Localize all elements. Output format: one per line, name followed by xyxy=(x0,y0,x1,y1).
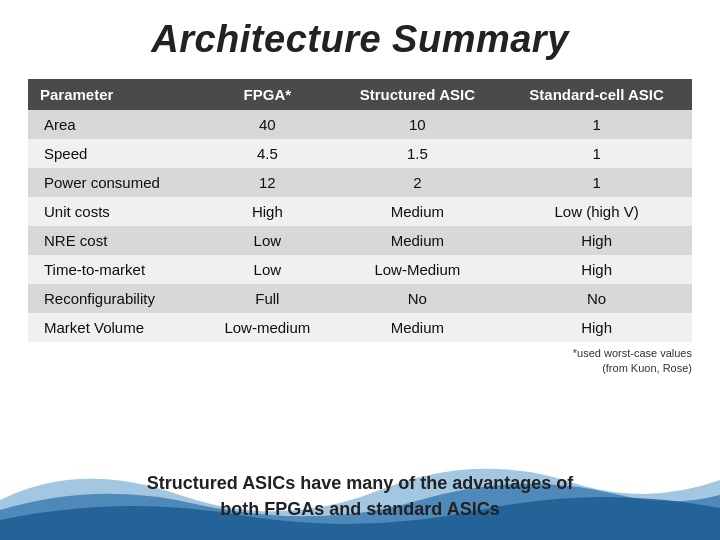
bottom-text-line2: both FPGAs and standard ASICs xyxy=(220,499,499,519)
table-cell: High xyxy=(201,197,333,226)
table-row: Unit costsHighMediumLow (high V) xyxy=(28,197,692,226)
table-cell: Low-medium xyxy=(201,313,333,342)
table-cell: 4.5 xyxy=(201,139,333,168)
bottom-text-line1: Structured ASICs have many of the advant… xyxy=(147,473,573,493)
table-cell: High xyxy=(501,226,692,255)
table-cell: Market Volume xyxy=(28,313,201,342)
table-cell: NRE cost xyxy=(28,226,201,255)
table-cell: Speed xyxy=(28,139,201,168)
table-container: Parameter FPGA* Structured ASIC Standard… xyxy=(0,79,720,342)
table-header-row: Parameter FPGA* Structured ASIC Standard… xyxy=(28,79,692,110)
bottom-text: Structured ASICs have many of the advant… xyxy=(0,470,720,522)
table-cell: Reconfigurability xyxy=(28,284,201,313)
table-cell: Unit costs xyxy=(28,197,201,226)
table-row: Time-to-marketLowLow-MediumHigh xyxy=(28,255,692,284)
col-header-fpga: FPGA* xyxy=(201,79,333,110)
table-cell: Time-to-market xyxy=(28,255,201,284)
table-row: Speed4.51.51 xyxy=(28,139,692,168)
table-cell: 1 xyxy=(501,110,692,139)
table-cell: High xyxy=(501,255,692,284)
summary-table: Parameter FPGA* Structured ASIC Standard… xyxy=(28,79,692,342)
table-cell: 1 xyxy=(501,168,692,197)
table-cell: 1.5 xyxy=(334,139,502,168)
table-cell: Low (high V) xyxy=(501,197,692,226)
table-cell: Low xyxy=(201,255,333,284)
footnote: *used worst-case values (from Kuon, Rose… xyxy=(0,342,720,377)
table-cell: No xyxy=(334,284,502,313)
table-cell: Area xyxy=(28,110,201,139)
table-cell: 12 xyxy=(201,168,333,197)
table-row: Market VolumeLow-mediumMediumHigh xyxy=(28,313,692,342)
table-row: ReconfigurabilityFullNoNo xyxy=(28,284,692,313)
footnote-line2: (from Kuon, Rose) xyxy=(602,362,692,374)
col-header-structured-asic: Structured ASIC xyxy=(334,79,502,110)
col-header-parameter: Parameter xyxy=(28,79,201,110)
col-header-standard-cell-asic: Standard-cell ASIC xyxy=(501,79,692,110)
table-cell: 40 xyxy=(201,110,333,139)
table-cell: Medium xyxy=(334,226,502,255)
table-cell: No xyxy=(501,284,692,313)
table-row: Area40101 xyxy=(28,110,692,139)
table-cell: Medium xyxy=(334,197,502,226)
table-cell: Low-Medium xyxy=(334,255,502,284)
bottom-section: Structured ASICs have many of the advant… xyxy=(0,440,720,540)
table-cell: 10 xyxy=(334,110,502,139)
table-cell: 1 xyxy=(501,139,692,168)
table-cell: Medium xyxy=(334,313,502,342)
table-cell: Full xyxy=(201,284,333,313)
page-title: Architecture Summary xyxy=(0,0,720,79)
table-row: NRE costLowMediumHigh xyxy=(28,226,692,255)
table-cell: High xyxy=(501,313,692,342)
table-cell: Power consumed xyxy=(28,168,201,197)
table-cell: 2 xyxy=(334,168,502,197)
table-cell: Low xyxy=(201,226,333,255)
table-row: Power consumed1221 xyxy=(28,168,692,197)
footnote-line1: *used worst-case values xyxy=(573,347,692,359)
